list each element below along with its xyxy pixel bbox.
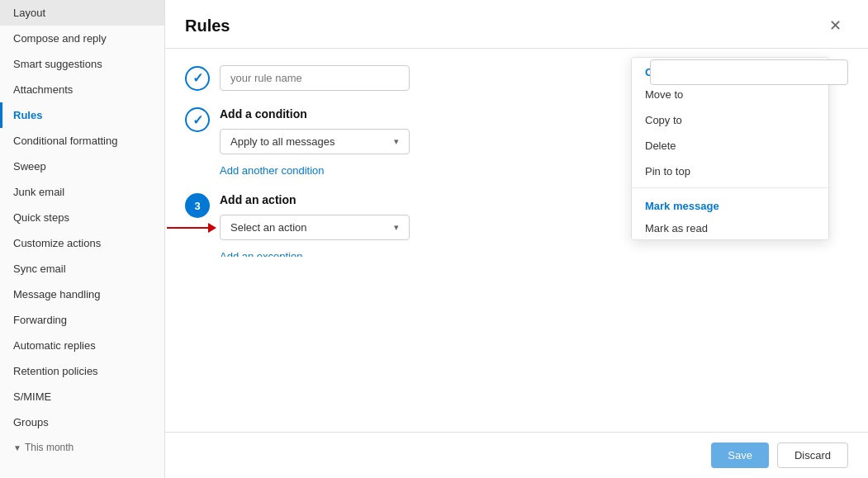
save-button[interactable]: Save — [711, 443, 769, 468]
sidebar: LayoutCompose and replySmart suggestions… — [0, 0, 165, 478]
menu-item-mark-as-read[interactable]: Mark as read — [632, 215, 828, 240]
step3-circle: 3 — [185, 193, 210, 218]
sidebar-item-message-handling[interactable]: Message handling — [0, 282, 164, 307]
panel-header: Rules ✕ — [165, 0, 868, 49]
step2-circle: ✓ — [185, 107, 210, 132]
sidebar-item-automatic-replies[interactable]: Automatic replies — [0, 333, 164, 358]
sidebar-item-rules[interactable]: Rules — [0, 102, 164, 128]
arrow-wrapper: Select an action ▾ — [220, 215, 410, 240]
condition-content: Add a condition Apply to all messages ▾ … — [220, 107, 614, 180]
sidebar-item-compose-reply[interactable]: Compose and reply — [0, 26, 164, 51]
action-dropdown-row: Select an action ▾ — [220, 215, 614, 240]
menu-item-copy-to[interactable]: Copy to — [632, 107, 828, 133]
sidebar-item-layout[interactable]: Layout — [0, 0, 164, 26]
sidebar-item-smart-suggestions[interactable]: Smart suggestions — [0, 51, 164, 77]
action-chevron-icon: ▾ — [394, 222, 399, 233]
menu-item-delete[interactable]: Delete — [632, 133, 828, 159]
sidebar-item-customize-actions[interactable]: Customize actions — [0, 230, 164, 256]
action-placeholder: Select an action — [230, 221, 307, 234]
action-title: Add an action — [220, 193, 614, 206]
sidebar-item-retention-policies[interactable]: Retention policies — [0, 358, 164, 384]
top-right-input-area — [650, 59, 848, 85]
add-another-condition-link[interactable]: Add another condition — [220, 161, 324, 180]
sidebar-this-month[interactable]: ▼ This month — [0, 435, 164, 460]
condition-value: Apply to all messages — [230, 135, 334, 148]
sidebar-item-groups[interactable]: Groups — [0, 409, 164, 435]
discard-button[interactable]: Discard — [777, 443, 848, 468]
condition-dropdown[interactable]: Apply to all messages ▾ — [220, 129, 410, 154]
sidebar-item-junk-email[interactable]: Junk email — [0, 179, 164, 205]
sidebar-item-conditional-formatting[interactable]: Conditional formatting — [0, 128, 164, 154]
sidebar-item-forwarding[interactable]: Forwarding — [0, 307, 164, 333]
action-dropdown[interactable]: Select an action ▾ — [220, 215, 410, 240]
main-panel: Rules ✕ ✓ ✓ Add a condition — [165, 0, 868, 478]
condition-title: Add a condition — [220, 107, 614, 121]
action-section: 3 Add an action — [185, 193, 614, 257]
sidebar-item-smime[interactable]: S/MIME — [0, 384, 164, 409]
condition-section: ✓ Add a condition Apply to all messages … — [185, 107, 614, 180]
panel-title: Rules — [185, 17, 230, 35]
menu-divider — [632, 187, 828, 188]
panel-footer: Save Discard — [165, 432, 868, 478]
action-content: Add an action Select an action ▾ — [220, 193, 614, 257]
rule-name-input[interactable] — [220, 65, 410, 91]
condition-dropdown-row: Apply to all messages ▾ — [220, 129, 614, 154]
add-exception-link[interactable]: Add an exception — [220, 247, 302, 257]
top-right-input[interactable] — [650, 59, 848, 85]
check-icon: ✓ — [192, 70, 203, 86]
step1-circle: ✓ — [185, 66, 210, 91]
rules-form: ✓ ✓ Add a condition Apply to all message… — [185, 65, 614, 240]
condition-chevron-icon: ▾ — [394, 136, 399, 147]
step3-number: 3 — [194, 200, 200, 212]
sidebar-item-sync-email[interactable]: Sync email — [0, 256, 164, 282]
close-button[interactable]: ✕ — [823, 13, 848, 38]
sidebar-item-attachments[interactable]: Attachments — [0, 77, 164, 102]
arrow-line — [167, 227, 208, 229]
sidebar-item-sweep[interactable]: Sweep — [0, 154, 164, 179]
menu-item-move-to[interactable]: Move to — [632, 82, 828, 107]
rule-name-row: ✓ — [185, 65, 614, 91]
check-icon-2: ✓ — [192, 112, 203, 128]
arrow-head-icon — [208, 223, 216, 233]
menu-item-pin-to-top[interactable]: Pin to top — [632, 159, 828, 184]
menu-section-label-1: Mark message — [632, 192, 828, 215]
sidebar-item-quick-steps[interactable]: Quick steps — [0, 205, 164, 230]
arrow-indicator — [167, 223, 216, 233]
